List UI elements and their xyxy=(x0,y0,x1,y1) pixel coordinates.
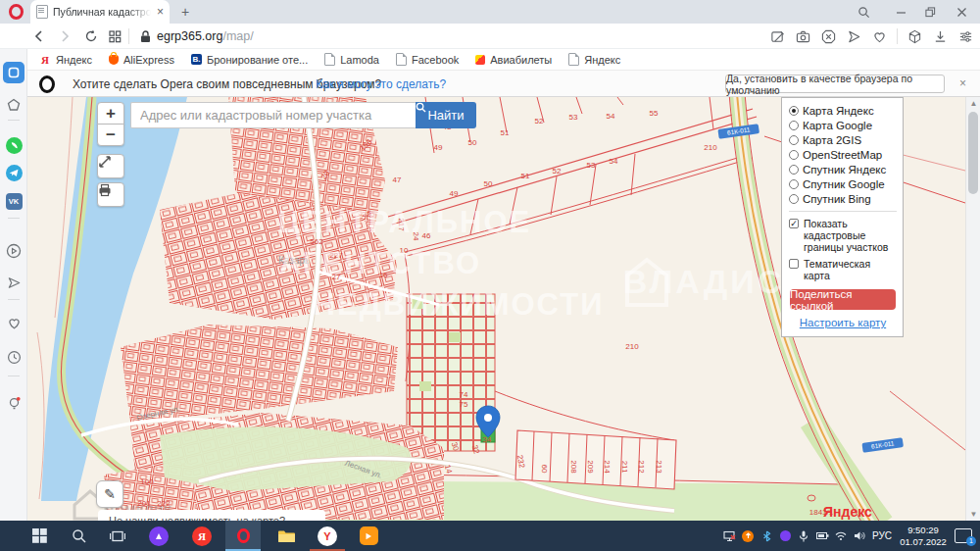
bookmark-favicon xyxy=(324,53,335,66)
bookmark-favicon xyxy=(475,55,485,65)
vk-icon[interactable]: VK xyxy=(3,190,24,212)
map-label: ЦЕНТРАЛЬНОЕ xyxy=(278,205,532,239)
whatsapp-icon[interactable] xyxy=(3,134,24,156)
tips-bulb-icon[interactable] xyxy=(3,392,24,414)
notification-close-icon[interactable]: × xyxy=(959,76,966,90)
page-favicon xyxy=(36,5,48,19)
adblock-off-icon[interactable] xyxy=(820,28,837,45)
video-app-icon[interactable] xyxy=(351,521,386,551)
player-icon[interactable] xyxy=(3,240,24,262)
zoom-out-button[interactable]: − xyxy=(97,124,124,146)
set-default-browser-button[interactable]: Да, установить в качестве браузера по ум… xyxy=(725,75,945,93)
downloads-icon[interactable] xyxy=(932,28,949,45)
scrollbar-thumb[interactable] xyxy=(968,112,978,194)
bookmark-item[interactable]: Авиабилеты xyxy=(475,54,552,66)
yandex-browser-icon[interactable]: Y xyxy=(310,521,345,551)
layer-radio[interactable]: Спутник Google xyxy=(789,178,897,190)
bookmark-item[interactable]: В.Бронирование оте... xyxy=(191,54,308,66)
speed-dial-grid-icon[interactable] xyxy=(106,27,123,45)
opera-taskbar-icon[interactable] xyxy=(225,521,261,551)
configure-map-link[interactable]: Настроить карту xyxy=(789,317,897,328)
bookmark-item[interactable]: Lamoda xyxy=(324,53,379,66)
snapshot-icon[interactable] xyxy=(769,28,786,45)
history-clock-icon[interactable] xyxy=(3,346,24,368)
option-checkbox[interactable]: Тематическая карта xyxy=(789,258,897,281)
favorites-heart-icon[interactable] xyxy=(871,28,888,45)
display-issue-icon[interactable] xyxy=(723,529,736,542)
tab-close-icon[interactable]: × xyxy=(157,6,164,18)
yandex-attribution[interactable]: Яндекс xyxy=(823,504,872,520)
bookmarks-pentagon-icon[interactable] xyxy=(3,94,24,116)
layer-radio[interactable]: Спутник Яндекс xyxy=(789,164,897,175)
back-icon[interactable] xyxy=(30,27,48,45)
taskbar-search-icon[interactable] xyxy=(61,521,96,551)
tab-title: Публичная кадастровая к xyxy=(53,6,151,18)
easy-setup-sliders-icon[interactable] xyxy=(957,28,974,45)
upload-arrow-icon[interactable] xyxy=(742,529,755,542)
camera-icon[interactable] xyxy=(795,28,811,45)
start-button[interactable] xyxy=(22,521,57,551)
layer-radio[interactable]: Карта Яндекс xyxy=(789,105,897,117)
print-button[interactable] xyxy=(97,182,124,207)
action-center-icon[interactable]: 1 xyxy=(955,528,972,543)
share-link-button[interactable]: Поделиться ссылкой xyxy=(790,289,896,310)
zoom-in-button[interactable]: + xyxy=(97,102,124,125)
new-tab-button[interactable]: + xyxy=(176,3,194,21)
bookmark-item[interactable]: Facebook xyxy=(396,53,459,66)
opera-sidebar: VK xyxy=(0,49,27,521)
my-flow-icon[interactable] xyxy=(3,272,24,293)
option-checkbox[interactable]: ✓Показать кадастровые границы участков xyxy=(789,218,897,253)
task-view-icon[interactable] xyxy=(100,521,135,551)
layer-radio[interactable]: Карта 2GIS xyxy=(789,134,897,146)
volume-icon[interactable] xyxy=(854,529,866,542)
radio-icon xyxy=(789,165,799,175)
close-button[interactable] xyxy=(947,0,976,24)
browser-tab[interactable]: Публичная кадастровая к × xyxy=(30,0,170,24)
telegram-icon[interactable] xyxy=(3,162,24,183)
bookmarks-heart-icon[interactable] xyxy=(3,312,24,333)
alice-app-icon[interactable] xyxy=(141,521,176,551)
bluetooth-icon[interactable] xyxy=(760,529,773,542)
find-button[interactable]: Найти xyxy=(416,102,476,128)
taskbar-clock[interactable]: 9:50:29 01.07.2022 xyxy=(898,525,949,547)
battery-icon[interactable] xyxy=(816,529,829,542)
bookmark-item[interactable]: AliExpress xyxy=(109,54,174,66)
extensions-cube-icon[interactable] xyxy=(906,28,923,45)
map-label: 50 xyxy=(468,138,477,147)
file-explorer-icon[interactable] xyxy=(269,521,304,551)
window-search-icon[interactable] xyxy=(849,0,878,24)
measure-button[interactable] xyxy=(97,154,124,178)
bookmark-item[interactable]: ЯЯндекс xyxy=(39,54,92,66)
wifi-icon[interactable] xyxy=(835,529,848,542)
map-label: 53 xyxy=(587,161,596,170)
page-scrollbar[interactable]: ▲ ▼ xyxy=(965,97,980,521)
url-field[interactable]: egrp365.org/map/ xyxy=(157,29,254,43)
map-canvas[interactable]: 4748464950515253545549505152535421021015… xyxy=(27,97,965,521)
flow-send-icon[interactable] xyxy=(846,28,862,45)
forward-icon[interactable] xyxy=(56,27,74,45)
bookmark-label: Авиабилеты xyxy=(490,54,552,66)
notification-help-link[interactable]: Как я могу это сделать? xyxy=(316,77,446,91)
layer-radio[interactable]: OpenStreetMap xyxy=(789,149,897,161)
layer-radio[interactable]: Спутник Bing xyxy=(789,193,897,205)
scroll-down-icon[interactable]: ▼ xyxy=(966,510,980,519)
alice-tray-icon[interactable] xyxy=(779,529,792,542)
map-label: 100 xyxy=(140,477,154,486)
bookmark-favicon: В. xyxy=(191,54,202,65)
search-input[interactable] xyxy=(130,102,416,128)
lock-icon[interactable] xyxy=(140,29,151,47)
opera-logo-icon[interactable] xyxy=(9,4,24,20)
speed-dial-icon[interactable] xyxy=(3,62,24,83)
restore-button[interactable] xyxy=(915,0,945,24)
draw-edit-button[interactable]: ✎ xyxy=(96,480,123,508)
layers-panel: Карта ЯндексКарта GoogleКарта 2GISOpenSt… xyxy=(781,97,904,337)
bookmark-label: Яндекс xyxy=(584,54,620,66)
language-indicator[interactable]: РУС xyxy=(872,530,892,541)
microphone-icon[interactable] xyxy=(798,529,810,542)
scroll-up-icon[interactable]: ▲ xyxy=(966,99,980,108)
reload-icon[interactable] xyxy=(82,27,100,45)
yandex-app-icon[interactable]: Я xyxy=(184,521,220,551)
bookmark-item[interactable]: Яндекс xyxy=(568,53,620,66)
minimize-button[interactable] xyxy=(886,0,915,24)
layer-radio[interactable]: Карта Google xyxy=(789,120,897,131)
